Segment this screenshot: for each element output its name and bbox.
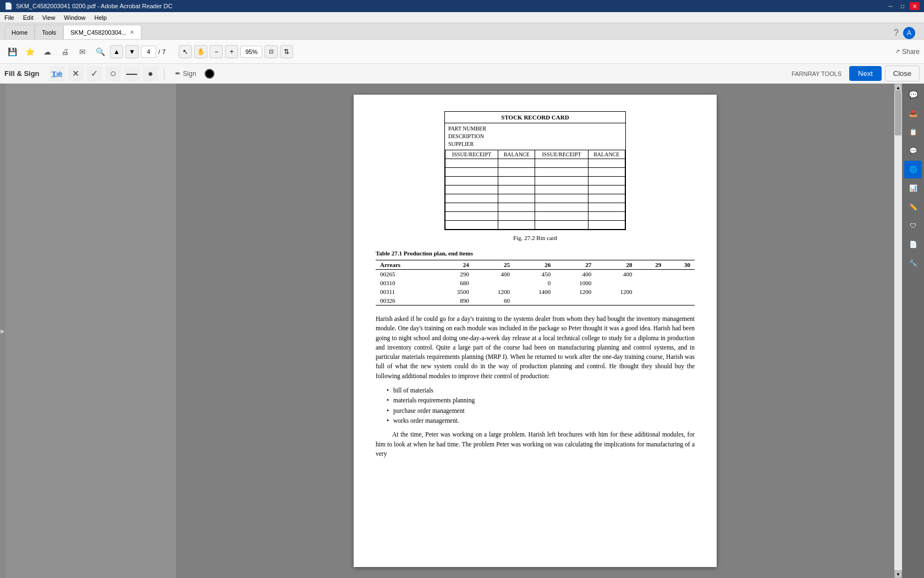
title-bar-text: SKM_C4582003041 0200.pdf - Adobe Acrobat… (16, 3, 172, 9)
table-row: 00326 890 60 (376, 296, 695, 306)
save-button[interactable]: 💾 (4, 44, 20, 59)
fit-button[interactable]: ⊡ (265, 45, 278, 58)
tab-close-icon[interactable]: ✕ (130, 29, 134, 35)
right-sidebar: 💬 📤 📋 💬 🌐 📊 ✏️ 🛡 📄 🔧 (902, 84, 924, 578)
next-page-button[interactable]: ▼ (125, 45, 139, 58)
production-table: Arrears 24 25 26 27 28 29 30 00265 290 4 (376, 260, 695, 306)
col-header-27: 27 (555, 260, 596, 270)
next-button[interactable]: Next (849, 66, 882, 81)
tab-bar: Home Tools SKM_C458200304... ✕ ? A (0, 23, 924, 40)
scroll-track[interactable] (894, 91, 902, 570)
bullet-dot-1: • (387, 385, 389, 395)
fill-sign-close-button[interactable]: Close (885, 66, 920, 81)
title-bar-left: 📄 SKM_C4582003041 0200.pdf - Adobe Acrob… (4, 2, 172, 10)
zoom-out-button[interactable]: − (210, 45, 223, 58)
page-total: 7 (162, 48, 166, 55)
sidebar-translate-icon[interactable]: 🌐 (904, 161, 922, 178)
dot-button[interactable]: ● (143, 66, 158, 81)
circle-button[interactable]: ○ (106, 66, 121, 81)
stock-card-info: PART NUMBER DESCRIPTION SUPPLIER (445, 123, 625, 150)
tab-document-label: SKM_C458200304... (70, 29, 127, 36)
share-label[interactable]: Share (902, 48, 920, 56)
toolbar: 💾 ⭐ ☁ 🖨 ✉ 🔍 ▲ ▼ / 7 ↖ ✋ − + ⊡ ⇅ ↗ Share (0, 40, 924, 64)
select-tool-button[interactable]: ↖ (179, 45, 192, 58)
scrollbar: ▲ ▼ (894, 84, 902, 578)
sidebar-edit-icon[interactable]: ✏️ (904, 198, 922, 216)
page-separator: / (158, 48, 160, 55)
col-header-25: 25 (474, 260, 514, 270)
tab-home-label: Home (12, 29, 28, 36)
sidebar-comment-icon[interactable]: 💬 (904, 86, 922, 103)
left-panel-toggle[interactable]: ▶ (1, 328, 5, 334)
menu-view[interactable]: View (40, 13, 58, 22)
color-picker-button[interactable] (205, 69, 215, 79)
tab-tools[interactable]: Tools (35, 25, 63, 39)
menu-window[interactable]: Window (62, 13, 87, 22)
col-balance-2: BALANCE (588, 150, 625, 159)
bullet-dot-3: • (387, 406, 389, 416)
tab-home[interactable]: Home (4, 25, 35, 39)
scroll-button[interactable]: ⇅ (280, 45, 293, 58)
supplier-label: SUPPLIER (448, 140, 622, 148)
sidebar-protect-icon[interactable]: 🛡 (904, 217, 922, 235)
zoom-in-button[interactable]: + (225, 45, 238, 58)
text-tool-button[interactable]: Tab (50, 66, 65, 81)
menu-help[interactable]: Help (92, 13, 109, 22)
col-header-arrears: Arrears (376, 260, 433, 270)
sign-label: Sign (183, 70, 196, 78)
zoom-input[interactable] (243, 48, 260, 55)
pdf-area: STOCK RECORD CARD PART NUMBER DESCRIPTIO… (176, 84, 894, 578)
print-button[interactable]: 🖨 (57, 44, 73, 59)
menu-bar: File Edit View Window Help (0, 12, 924, 23)
restore-button[interactable]: □ (898, 2, 908, 10)
farnray-tools-label: FARNRAY TOOLS (791, 70, 842, 77)
bookmark-button[interactable]: ⭐ (22, 44, 37, 59)
bullet-item-2: • materials requirements planning (387, 395, 695, 405)
x-mark-button[interactable]: ✕ (68, 66, 84, 81)
sidebar-send-icon[interactable]: 💬 (904, 142, 922, 160)
account-icon[interactable]: A (903, 27, 915, 39)
menu-file[interactable]: File (2, 13, 16, 22)
page-number-input[interactable] (141, 46, 156, 58)
minimize-button[interactable]: ─ (886, 2, 895, 10)
col-header-29: 29 (637, 260, 666, 270)
sidebar-organize-icon[interactable]: 📊 (904, 179, 922, 197)
sidebar-fill-sign-icon[interactable]: 📋 (904, 123, 922, 141)
toolbar-separator (164, 68, 164, 80)
table-row: 00311 3500 1200 1400 1200 1200 (376, 287, 695, 296)
stock-record-card: STOCK RECORD CARD PART NUMBER DESCRIPTIO… (444, 111, 626, 230)
main-area: ▶ STOCK RECORD CARD PART NUMBER DESCRIPT… (0, 84, 924, 578)
line-button[interactable]: — (124, 66, 140, 81)
menu-edit[interactable]: Edit (21, 13, 36, 22)
bullet-dot-2: • (387, 395, 389, 405)
hand-tool-button[interactable]: ✋ (194, 45, 207, 58)
search-button[interactable]: 🔍 (92, 44, 108, 59)
scroll-thumb[interactable] (895, 91, 901, 135)
scroll-up-button[interactable]: ▲ (894, 84, 902, 91)
upload-button[interactable]: ☁ (40, 44, 55, 59)
fig-caption: Fig. 27.2 Bin card (376, 235, 695, 241)
app-icon: 📄 (4, 2, 13, 10)
zoom-control[interactable] (240, 46, 262, 58)
scroll-down-button[interactable]: ▼ (894, 570, 902, 578)
body-text-1: Harish asked if he could go for a day's … (376, 314, 695, 381)
title-bar-controls: ─ □ ✕ (886, 2, 920, 10)
sidebar-pdf-icon[interactable]: 📄 (904, 236, 922, 253)
prev-page-button[interactable]: ▲ (110, 45, 123, 58)
sidebar-settings-icon[interactable]: 🔧 (904, 254, 922, 272)
tab-document[interactable]: SKM_C458200304... ✕ (63, 25, 141, 39)
checkmark-button[interactable]: ✓ (87, 66, 102, 81)
sign-button[interactable]: ✒ Sign (170, 67, 201, 80)
bullet-item-1: • bill of materials (387, 385, 695, 395)
tab-tools-label: Tools (42, 29, 56, 36)
share-icon: ↗ (895, 48, 900, 55)
table-row: 00265 290 400 450 400 400 (376, 270, 695, 279)
description-label: DESCRIPTION (448, 133, 622, 140)
sidebar-pdf-export-icon[interactable]: 📤 (904, 105, 922, 122)
email-button[interactable]: ✉ (75, 44, 90, 59)
bullet-item-3: • purchase order management (387, 406, 695, 416)
help-icon[interactable]: ? (894, 28, 899, 38)
window-close-button[interactable]: ✕ (910, 2, 920, 10)
sign-icon: ✒ (175, 69, 181, 78)
fill-sign-bar: Fill & Sign Tab ✕ ✓ ○ — ● ✒ Sign FARNRAY… (0, 64, 924, 84)
